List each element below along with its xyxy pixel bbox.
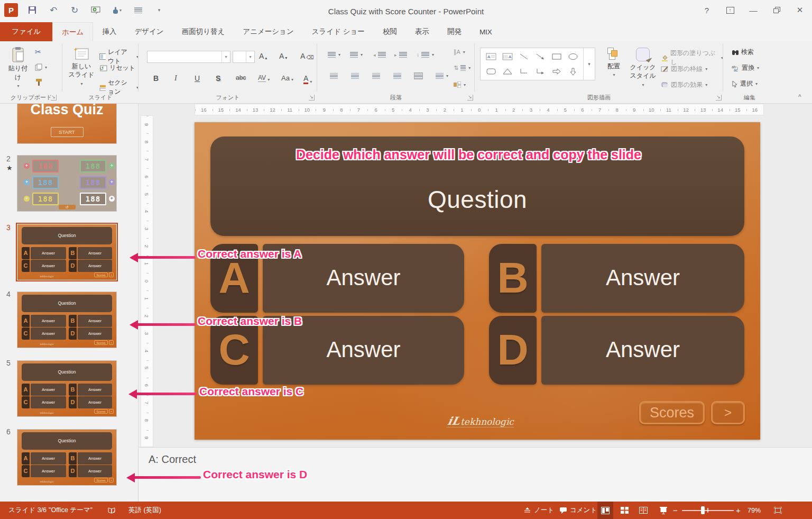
zoom-in-button[interactable]: + [736,502,741,519]
replace-button[interactable]: abac 置換▾ [732,63,759,72]
bold-button[interactable]: B [153,74,159,83]
answer-b-letter[interactable]: B [489,244,537,313]
tab-animations[interactable]: アニメーション [234,22,302,41]
shape-textbox-icon[interactable]: A [483,49,499,64]
shapes-gallery[interactable]: A A ▾ [480,48,595,80]
text-direction-button[interactable]: ∥A▾ [454,49,465,56]
thumbnail-slide-6[interactable]: Question AAnswer BAnswer CAnswer DAnswer… [17,430,116,485]
align-text-button[interactable]: ⇅▾ [454,65,470,71]
question-box[interactable]: Question [210,136,744,236]
grow-font-button[interactable]: A▴ [259,52,267,60]
tab-review[interactable]: 校閲 [374,22,406,41]
font-size-combobox[interactable]: ▾ [233,51,255,63]
restore-button[interactable] [768,3,786,17]
shape-elbow-arrow-connector-icon[interactable] [532,64,548,79]
font-dialog-launcher[interactable]: ↘ [309,95,315,101]
next-button[interactable]: > [711,401,745,424]
thumbnail-slide-2[interactable]: 188 188 188 188 188 188 + + + + + + ↺ [17,156,116,211]
view-reading-button[interactable] [635,502,651,519]
answer-a-letter[interactable]: A [210,244,258,313]
shape-vertical-textbox-icon[interactable]: A [499,49,515,64]
answer-c-text[interactable]: Answer [263,316,464,385]
paste-button[interactable]: 貼り付け▾ [5,47,31,88]
thumbnail-slide-3[interactable]: Question AAnswer BAnswer CAnswer DAnswer… [17,224,116,280]
tab-view[interactable]: 表示 [406,22,438,41]
layout-button[interactable]: レイアウト▾ [99,48,139,66]
answer-b[interactable]: B Answer [489,244,744,313]
thumbnail-slide-5[interactable]: Question AAnswer BAnswer CAnswer DAnswer… [17,361,116,416]
find-button[interactable]: 検索 [732,48,754,57]
font-name-combobox[interactable]: ▾ [147,51,230,63]
zoom-slider-handle[interactable] [701,506,705,514]
notes-toggle[interactable]: ノート [523,502,554,519]
shapes-gallery-more-icon[interactable]: ▾ [583,48,595,80]
shape-triangle-icon[interactable] [499,64,515,79]
shape-effects-button[interactable]: 図形の効果▾ [661,80,707,89]
character-spacing-button[interactable]: AV▾ [258,74,270,82]
numbering-button[interactable]: ▾ [350,52,363,58]
cut-button[interactable]: ✂ [35,48,41,56]
shape-line-icon[interactable] [515,49,532,64]
copy-button[interactable]: ▾ [35,63,47,71]
theme-indicator[interactable]: "Office テーマ" [49,502,93,519]
question-text[interactable]: Question [210,185,744,214]
answer-c-letter[interactable]: C [210,316,258,385]
answer-d[interactable]: D Answer [489,316,744,385]
answer-d-text[interactable]: Answer [541,316,744,385]
slide-editing-area[interactable]: Question A Answer B Answer C Answer D An… [195,122,760,440]
bullets-button[interactable]: ▾ [328,52,340,58]
collapse-ribbon-button[interactable]: ^ [798,93,801,101]
help-button[interactable]: ? [698,3,716,17]
shape-rounded-rectangle-icon[interactable] [483,64,499,79]
shape-arrow-icon[interactable] [532,49,548,64]
convert-smartart-button[interactable]: ▾ [454,81,466,88]
font-color-button[interactable]: A▾ [303,74,312,84]
language-indicator[interactable]: 英語 (英国) [128,502,161,519]
shape-oval-icon[interactable] [565,49,581,64]
zoom-level[interactable]: 79% [748,502,761,519]
close-button[interactable]: ✕ [791,3,809,17]
justify-button[interactable] [393,73,401,79]
view-slideshow-button[interactable] [656,502,671,519]
align-right-button[interactable] [372,73,380,79]
decrease-indent-button[interactable]: ◂ [373,52,386,58]
comments-toggle[interactable]: コメント [559,502,597,519]
align-center-button[interactable] [351,73,359,79]
shape-right-arrow-icon[interactable] [548,64,565,79]
answer-a[interactable]: A Answer [210,244,464,313]
shape-rectangle-icon[interactable] [548,49,565,64]
answer-d-letter[interactable]: D [489,316,537,385]
view-slide-sorter-button[interactable] [616,502,632,519]
shape-fill-button[interactable]: 図形の塗りつぶし▾ [661,49,723,67]
drawing-dialog-launcher[interactable]: ↘ [716,95,722,101]
text-shadow-button[interactable]: S [216,74,220,83]
spellcheck-icon[interactable] [107,502,116,519]
arrange-button[interactable]: 配置▾ [602,48,626,77]
shape-outline-button[interactable]: 図形の枠線▾ [661,65,707,74]
shrink-font-button[interactable]: A▾ [279,52,287,60]
tab-mix[interactable]: MIX [470,22,501,41]
reset-button[interactable]: ↺ リセット [99,63,135,72]
answer-b-text[interactable]: Answer [541,244,744,313]
tab-insert[interactable]: 挿入 [93,22,125,41]
notes-text[interactable]: A: Correct [149,453,196,466]
answer-c[interactable]: C Answer [210,316,464,385]
increase-indent-button[interactable]: ▸ [394,52,407,58]
clipboard-dialog-launcher[interactable]: ↘ [51,95,57,101]
notes-pane[interactable]: A: Correct [139,447,812,502]
paragraph-dialog-launcher[interactable]: ↘ [467,95,473,101]
italic-button[interactable]: I [174,74,177,83]
view-normal-button[interactable] [597,502,613,519]
new-slide-button[interactable]: ✦ 新しい スライド ▾ [67,47,96,87]
tab-developer[interactable]: 開発 [438,22,470,41]
align-left-button[interactable] [330,73,338,79]
zoom-out-button[interactable]: − [673,502,678,519]
ribbon-display-options-button[interactable]: ↑ [721,3,739,17]
shape-elbow-connector-icon[interactable] [515,64,532,79]
columns-button[interactable]: ▾ [436,73,448,79]
select-button[interactable]: 選択▾ [732,79,758,88]
minimize-button[interactable]: — [744,3,762,17]
thumbnail-slide-4[interactable]: Question AAnswer BAnswer CAnswer DAnswer… [17,292,116,348]
format-painter-button[interactable] [35,78,43,86]
scores-button[interactable]: Scores [639,401,705,424]
